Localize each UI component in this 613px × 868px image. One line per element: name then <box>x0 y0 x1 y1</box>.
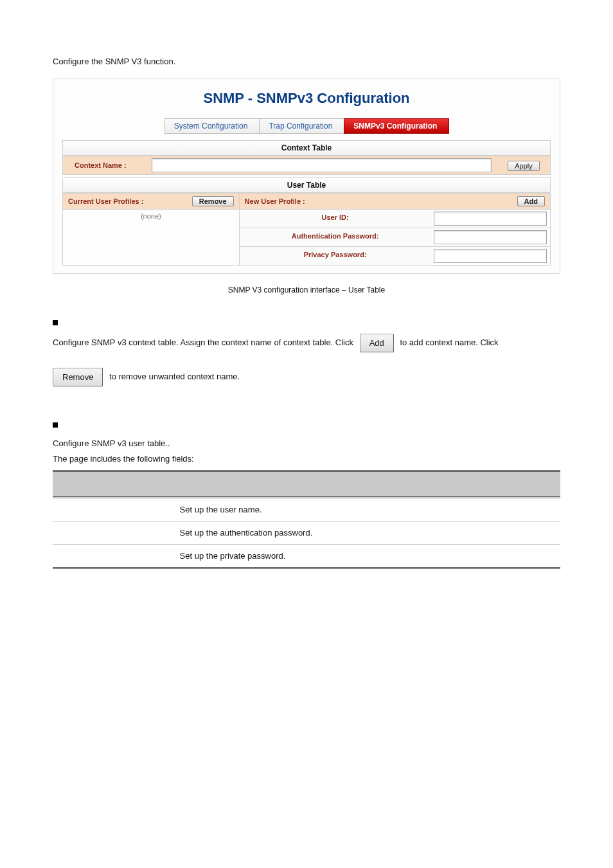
context-name-input[interactable] <box>152 158 492 172</box>
tab-bar: System Configuration Trap Configuration … <box>62 118 551 134</box>
ctx-text-3: to remove unwanted context name. <box>109 372 240 381</box>
tab-snmpv3-configuration[interactable]: SNMPv3 Configuration <box>344 118 449 134</box>
context-row: Context Name : Apply <box>62 156 551 175</box>
inline-remove-button[interactable]: Remove <box>53 368 103 386</box>
intro-text: Configure the SNMP V3 function. <box>53 57 560 66</box>
tab-trap-configuration[interactable]: Trap Configuration <box>259 118 344 134</box>
user-table-paragraph-2: The page includes the following fields: <box>53 451 560 466</box>
cell-val: Set up the user name. <box>175 497 560 521</box>
privacy-password-input[interactable] <box>434 249 547 263</box>
cell-val: Set up the private password. <box>175 544 560 568</box>
auth-password-label: Authentication Password: <box>240 228 431 246</box>
apply-button[interactable]: Apply <box>508 161 540 171</box>
user-table: Current User Profiles : Remove (none) Ne… <box>62 193 551 266</box>
ctx-text-1: Configure SNMP v3 context table. Assign … <box>53 338 353 347</box>
bullet-icon <box>53 320 58 325</box>
context-table-heading: Context Table <box>62 140 551 156</box>
context-paragraph: Configure SNMP v3 context table. Assign … <box>53 334 560 386</box>
tab-system-configuration[interactable]: System Configuration <box>164 118 260 134</box>
add-button[interactable]: Add <box>517 196 545 206</box>
context-name-label: Context Name : <box>63 158 149 172</box>
cell-key <box>53 521 175 544</box>
current-user-profiles-list: (none) <box>63 209 239 230</box>
remove-button[interactable]: Remove <box>192 196 234 206</box>
current-user-profiles-label: Current User Profiles : <box>68 197 143 205</box>
table-row: Set up the user name. <box>53 497 560 521</box>
fields-table-head-key <box>53 471 175 497</box>
privacy-password-label: Privacy Password: <box>240 247 431 265</box>
user-id-label: User ID: <box>240 210 431 228</box>
user-table-heading: User Table <box>62 177 551 193</box>
new-user-profile-column: New User Profile : Add User ID: Authenti… <box>240 193 551 266</box>
new-user-profile-label: New User Profile : <box>245 197 305 205</box>
fields-table-head-val <box>175 471 560 497</box>
fields-table: Set up the user name. Set up the authent… <box>53 470 560 569</box>
cell-val: Set up the authentication password. <box>175 521 560 544</box>
figure-caption: SNMP V3 configuration interface – User T… <box>53 285 560 294</box>
bullet-icon <box>53 422 58 428</box>
ctx-text-2: to add context name. Click <box>400 338 498 347</box>
auth-password-input[interactable] <box>434 230 547 244</box>
cell-key <box>53 497 175 521</box>
table-row: Set up the private password. <box>53 544 560 568</box>
table-row: Set up the authentication password. <box>53 521 560 544</box>
user-table-paragraph-1: Configure SNMP v3 user table.. <box>53 436 560 451</box>
current-user-profiles-column: Current User Profiles : Remove (none) <box>62 193 240 266</box>
screenshot-panel: SNMP - SNMPv3 Configuration System Confi… <box>53 78 560 274</box>
user-id-input[interactable] <box>434 212 547 226</box>
inline-add-button[interactable]: Add <box>360 334 394 352</box>
cell-key <box>53 544 175 568</box>
panel-title: SNMP - SNMPv3 Configuration <box>62 90 551 107</box>
